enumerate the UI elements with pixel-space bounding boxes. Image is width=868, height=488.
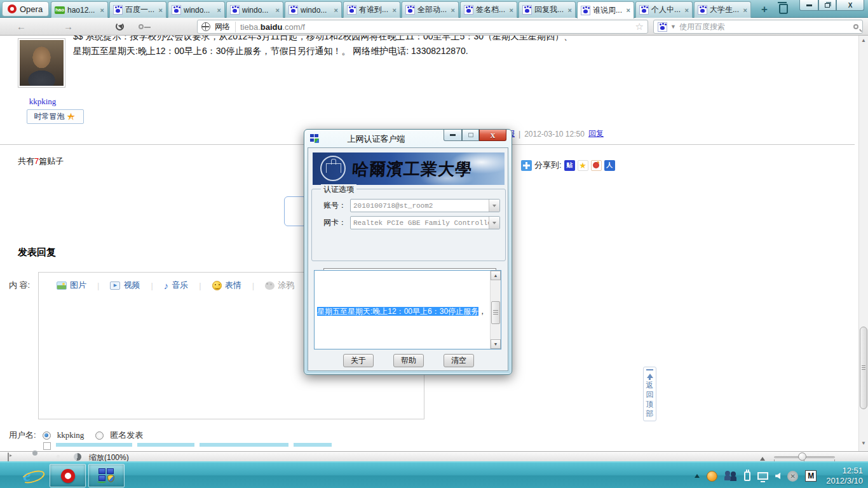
url-text[interactable]: tieba.baidu.com/f (240, 22, 631, 32)
minimize-button[interactable] (799, 0, 818, 11)
dialog-minimize-button[interactable] (444, 130, 462, 141)
taskbar-auth-client-button[interactable] (88, 464, 125, 487)
tab-close-icon[interactable]: × (334, 6, 338, 14)
hidden-icons-chevron[interactable] (695, 471, 700, 478)
about-button[interactable]: 关于 (343, 354, 374, 367)
tab-close-icon[interactable]: × (510, 6, 513, 14)
account-combobox[interactable]: 2010100718@st_room2 (350, 199, 500, 212)
tab-close-icon[interactable]: × (100, 6, 104, 14)
tab-window-1[interactable]: windo...× (168, 1, 225, 18)
tab-huifuwo[interactable]: 回复我...× (519, 1, 576, 18)
picture-icon (57, 281, 67, 290)
tab-shuishuozhou-active[interactable]: 谁说周...× (577, 1, 634, 18)
reply-link[interactable]: 回复 (588, 128, 604, 139)
restore-button[interactable] (818, 0, 836, 11)
search-field[interactable]: ▼ 使用百度搜索 (653, 20, 863, 34)
tab-hao123[interactable]: haohao12...× (51, 1, 108, 18)
internet-explorer-icon: e (24, 466, 31, 485)
combo-dropdown-icon[interactable] (489, 200, 499, 212)
forward-button[interactable]: → (64, 21, 73, 32)
tab-daxuesheng[interactable]: 大学生...× (694, 1, 751, 18)
baidu-share-icon[interactable]: 贴 (564, 160, 575, 171)
insert-music-button[interactable]: ♪音乐 (164, 280, 189, 291)
tray-power-icon[interactable] (744, 471, 750, 481)
scrollbar-thumb[interactable] (860, 327, 867, 409)
tab-quanbudong[interactable]: 全部动...× (402, 1, 459, 18)
tray-volume-icon[interactable] (775, 473, 780, 479)
log-scrollbar[interactable]: ▲ ▼ (490, 271, 501, 349)
auth-client-dialog: 上网认证客户端 X 哈爾濱工業大學 认证选项 账号： 2010100718@st… (304, 129, 512, 375)
radio-anonymous[interactable] (95, 431, 104, 440)
baidu-search-engine-icon[interactable] (658, 22, 667, 32)
password-key-icon[interactable] (139, 24, 144, 29)
taskbar-clock[interactable]: 12:51 2012/3/10 (826, 466, 863, 486)
scroll-up-icon[interactable]: ▲ (859, 37, 868, 43)
user-level-badge[interactable]: 时常冒泡 ★4 (27, 109, 84, 124)
dialog-close-button[interactable]: X (479, 130, 506, 141)
tab-window-3[interactable]: windo...× (285, 1, 342, 18)
baidu-favicon-icon (639, 5, 649, 15)
dialog-titlebar[interactable]: 上网认证客户端 X (304, 130, 512, 147)
radio-username[interactable] (43, 431, 51, 440)
opera-menu-button[interactable]: Opera (2, 1, 49, 17)
tab-baidu[interactable]: 百度一...× (109, 1, 166, 18)
checkbox[interactable] (43, 442, 51, 450)
opera-turbo-icon[interactable] (74, 453, 81, 461)
tab-close-icon[interactable]: × (685, 6, 689, 14)
tab-youshuidao[interactable]: 有谁到...× (343, 1, 400, 18)
tab-close-icon[interactable]: × (159, 6, 163, 14)
tab-close-icon[interactable]: × (217, 6, 221, 14)
taskbar-ie-button[interactable]: e (9, 464, 45, 487)
post-username-link[interactable]: kkpking (18, 97, 67, 107)
clear-button[interactable]: 清空 (444, 354, 474, 367)
user-avatar[interactable] (18, 38, 65, 88)
tab-close-icon[interactable]: × (743, 6, 747, 14)
tab-qianmingdang[interactable]: 签名档...× (460, 1, 517, 18)
scroll-down-icon[interactable]: ▼ (859, 440, 868, 446)
log-line: 星期五至星期天:晚上12：00早上6：30停止服务， (317, 306, 486, 317)
tab-close-icon[interactable]: × (393, 6, 397, 14)
tab-close-icon[interactable]: × (451, 6, 455, 14)
tab-close-icon[interactable]: × (276, 6, 280, 14)
tab-close-icon[interactable]: × (568, 6, 572, 14)
close-button[interactable]: X (836, 0, 864, 11)
dialog-maximize-button[interactable] (462, 130, 479, 141)
tray-messenger-icon[interactable] (707, 471, 717, 482)
back-to-top-button[interactable]: 返回顶部 (643, 367, 656, 421)
log-scroll-up-icon[interactable]: ▲ (491, 271, 501, 280)
zoom-slider-handle[interactable] (798, 452, 806, 461)
taskbar-opera-button[interactable] (50, 464, 86, 487)
tray-disabled-icon[interactable]: ✕ (787, 471, 798, 482)
combo-dropdown-icon[interactable] (489, 217, 499, 229)
new-tab-button[interactable]: + (757, 3, 771, 16)
tray-network-icon[interactable] (757, 472, 768, 480)
zoom-slider[interactable] (774, 452, 835, 462)
back-button[interactable]: ← (17, 21, 26, 32)
connection-badge: 网络 (215, 22, 236, 32)
search-engine-dropdown-icon[interactable]: ▼ (670, 24, 676, 30)
weibo-share-icon[interactable] (591, 160, 602, 171)
bookmark-star-icon[interactable]: ☆ (635, 21, 644, 32)
page-scrollbar[interactable]: ▲ ▼ (858, 36, 868, 451)
tab-close-icon[interactable]: × (627, 6, 630, 14)
reload-button[interactable] (116, 22, 124, 30)
share-icon[interactable] (521, 160, 532, 171)
insert-emoticon-button[interactable]: 表情 (212, 280, 241, 291)
insert-video-button[interactable]: ▶视频 (110, 280, 140, 291)
url-field[interactable]: 网络 tieba.baidu.com/f ☆ (197, 20, 648, 34)
nic-combobox[interactable]: Realtek PCIe GBE Family Controller (350, 216, 500, 229)
log-scroll-down-icon[interactable]: ▼ (491, 339, 501, 349)
insert-picture-button[interactable]: 图片 (57, 280, 86, 291)
search-magnifier-icon[interactable] (853, 24, 858, 29)
tab-window-2[interactable]: windo...× (226, 1, 283, 18)
renren-share-icon[interactable]: 人 (604, 160, 615, 171)
log-scrollbar-thumb[interactable] (491, 301, 500, 324)
closed-tabs-trash-icon[interactable] (779, 4, 788, 14)
tab-gerenzhongxin[interactable]: 个人中...× (635, 1, 693, 18)
message-log-textbox[interactable]: 星期五至星期天:晚上12：00早上6：30停止服务， ▲ ▼ (314, 270, 501, 349)
tray-people-icon[interactable] (724, 471, 737, 481)
help-button[interactable]: 帮助 (393, 354, 424, 367)
tray-m-app-icon[interactable]: M (805, 470, 817, 482)
fit-width-icon[interactable] (760, 454, 765, 461)
qzone-share-icon[interactable]: ★ (578, 160, 588, 171)
